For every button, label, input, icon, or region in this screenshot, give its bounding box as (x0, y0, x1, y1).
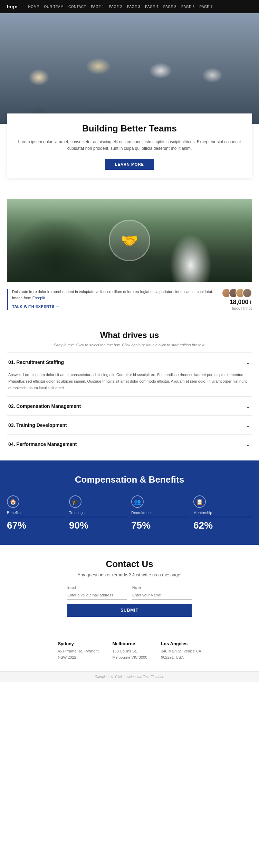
email-input[interactable] (67, 591, 127, 600)
stats-row: Duis aute irure dolor in reprehendent in… (0, 282, 259, 317)
talk-with-experts-link[interactable]: TALK WITH EXPERTS → (12, 304, 216, 310)
contact-section: Contact Us Any questions or remarks? Jus… (0, 545, 259, 631)
recruitment-icon: 👥 (131, 495, 144, 508)
comp-banner-title: Compensation & Benefits (7, 474, 252, 485)
footer: Sample text. Click to select the Text El… (0, 671, 259, 682)
hands-icon: 🤝 (109, 220, 150, 261)
comp-item-recruitment: 👥 Recruitment 75% (131, 495, 190, 531)
chevron-down-icon-1: ⌄ (246, 358, 251, 366)
team-photo: 🤝 (7, 199, 252, 282)
nav-page4[interactable]: PAGE 4 (145, 5, 158, 9)
nav-page2[interactable]: PAGE 2 (109, 5, 122, 9)
melbourne-city: Melbourne (112, 641, 147, 646)
accordion-item-2: 02. Compensation Management ⌄ (7, 396, 252, 415)
contact-form: Email Name SUBMIT (67, 586, 192, 617)
freepik-link[interactable]: Freepik (32, 296, 45, 300)
stats-right-block: 18,000+ Happy Hirings (222, 288, 252, 310)
nav-our-team[interactable]: OUR TEAM (44, 5, 64, 9)
avatar (242, 288, 252, 298)
spacer1 (0, 178, 259, 189)
contact-subtitle: Any questions or remarks? Just write us … (7, 572, 252, 577)
avatar-group (222, 288, 252, 298)
offices-row: Sydney 45 Pirrama Rd, PyrmontNSW 2022 Me… (0, 631, 259, 671)
what-drives-title: What drives us (7, 330, 252, 340)
accordion-header-2[interactable]: 02. Compensation Management ⌄ (7, 397, 252, 415)
mentorship-icon: 📋 (193, 495, 206, 508)
intro-title: Building Better Teams (17, 123, 242, 134)
nav-page7[interactable]: PAGE 7 (199, 5, 212, 9)
accordion-item-1: 01. Recruitment Staffing ⌄ Answer. Lorem… (7, 353, 252, 396)
hero-section (0, 13, 259, 124)
hero-background (0, 13, 259, 124)
chevron-down-icon-4: ⌄ (246, 440, 251, 448)
email-label: Email (67, 586, 127, 590)
learn-more-button[interactable]: LEARN MORE (105, 159, 154, 170)
accordion-header-4[interactable]: 04. Performance Management ⌄ (7, 435, 252, 454)
nav-page3[interactable]: PAGE 3 (127, 5, 140, 9)
stats-text-block: Duis aute irure dolor in reprehendent in… (7, 289, 216, 310)
comp-item-trainings: 🎓 Trainings 90% (69, 495, 128, 531)
la-city: Los Angeles (161, 641, 201, 646)
accordion-item-4: 04. Performance Management ⌄ (7, 435, 252, 454)
name-label: Name (132, 586, 192, 590)
logo: logo (7, 4, 18, 9)
compensation-banner: Compensation & Benefits 🏠 Benefits 67% 🎓… (0, 460, 259, 545)
happy-hirings-label: Happy Hirings (230, 307, 252, 310)
accordion-title-2: 02. Compensation Management (8, 403, 81, 409)
chevron-down-icon-2: ⌄ (246, 402, 251, 410)
melbourne-address: 163 Collins St,Melbourne VIC 3000 (112, 648, 147, 660)
sydney-city: Sydney (58, 641, 98, 646)
name-input[interactable] (132, 591, 192, 600)
sydney-address: 45 Pirrama Rd, PyrmontNSW 2022 (58, 648, 98, 660)
trainings-percent: 90% (69, 520, 128, 531)
recruitment-percent: 75% (131, 520, 190, 531)
intro-card: Building Better Teams Lorem ipsum dolor … (7, 113, 252, 178)
accordion: 01. Recruitment Staffing ⌄ Answer. Lorem… (0, 353, 259, 454)
chevron-down-icon-3: ⌄ (246, 421, 251, 429)
comp-item-benefits: 🏠 Benefits 67% (7, 495, 66, 531)
benefits-label: Benefits (7, 511, 66, 517)
accordion-item-3: 03. Training Development ⌄ (7, 415, 252, 435)
comp-grid: 🏠 Benefits 67% 🎓 Trainings 90% 👥 Recruit… (7, 495, 252, 531)
accordion-title-4: 04. Performance Management (8, 441, 77, 447)
footer-text: Sample text. Click to select the Text El… (95, 675, 164, 679)
name-group: Name (132, 586, 192, 600)
nav-page5[interactable]: PAGE 5 (163, 5, 176, 9)
trainings-label: Trainings (69, 511, 128, 517)
contact-title: Contact Us (7, 559, 252, 569)
accordion-content-1: Answer. Lorem ipsum dolor sit amet, cons… (7, 372, 252, 396)
intro-body: Lorem ipsum dolor sit amet, consectetur … (17, 139, 242, 152)
what-drives-subtitle: Sample text. Click to select the text bo… (7, 343, 252, 347)
nav-page1[interactable]: PAGE 1 (91, 5, 104, 9)
benefits-percent: 67% (7, 520, 66, 531)
spacer2 (0, 189, 259, 199)
nav-contact[interactable]: CONTACT (68, 5, 86, 9)
email-group: Email (67, 586, 127, 600)
mentorship-label: Mentorship (193, 511, 252, 517)
happy-hirings-count: 18,000+ (229, 299, 252, 306)
accordion-header-3[interactable]: 03. Training Development ⌄ (7, 416, 252, 435)
comp-item-mentorship: 📋 Mentorship 62% (193, 495, 252, 531)
mentorship-percent: 62% (193, 520, 252, 531)
accordion-title-1: 01. Recruitment Staffing (8, 359, 64, 365)
recruitment-label: Recruitment (131, 511, 190, 517)
office-melbourne: Melbourne 163 Collins St,Melbourne VIC 3… (112, 641, 147, 660)
what-drives-section: What drives us Sample text. Click to sel… (0, 317, 259, 353)
trainings-icon: 🎓 (69, 495, 81, 508)
benefits-icon: 🏠 (7, 495, 19, 508)
submit-button[interactable]: SUBMIT (67, 604, 192, 617)
office-sydney: Sydney 45 Pirrama Rd, PyrmontNSW 2022 (58, 641, 98, 660)
accordion-title-3: 03. Training Development (8, 422, 67, 428)
navigation: logo HOME OUR TEAM CONTACT PAGE 1 PAGE 2… (0, 0, 259, 13)
nav-home[interactable]: HOME (28, 5, 39, 9)
accordion-header-1[interactable]: 01. Recruitment Staffing ⌄ (7, 353, 252, 372)
nav-links: HOME OUR TEAM CONTACT PAGE 1 PAGE 2 PAGE… (28, 5, 212, 9)
nav-page6[interactable]: PAGE 6 (181, 5, 194, 9)
form-row: Email Name (67, 586, 192, 600)
la-address: 340 Main St, Venice CA902291, USA (161, 648, 201, 660)
office-losangeles: Los Angeles 340 Main St, Venice CA902291… (161, 641, 201, 660)
